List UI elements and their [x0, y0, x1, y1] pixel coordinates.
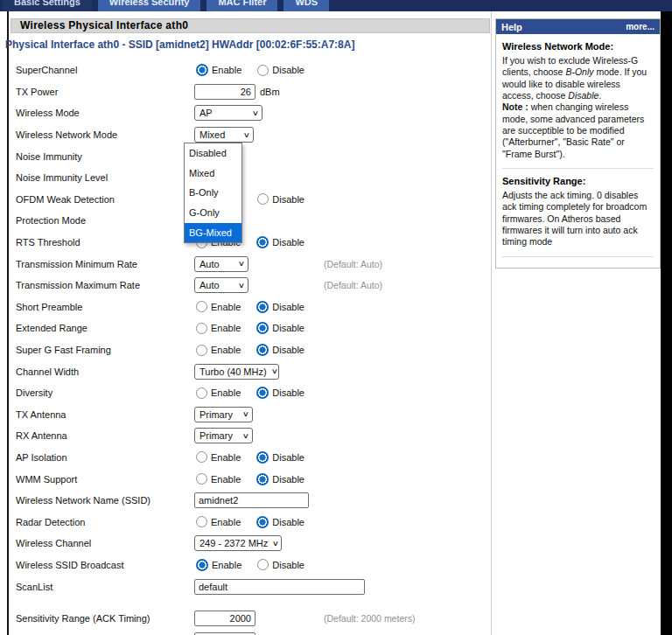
wireless-mode-label: Wireless Mode [16, 108, 80, 118]
wmm-support-disable-group: Disable [256, 473, 304, 485]
help-section-heading: Wireless Network Mode: [502, 41, 654, 52]
dropdown-option-disabled[interactable]: Disabled [185, 143, 242, 164]
dropdown-option-bg-mixed[interactable]: BG-Mixed [185, 223, 242, 243]
short-preamble-enable-radio[interactable] [196, 301, 207, 312]
tx-power-input[interactable] [194, 84, 256, 100]
transmission-minimum-rate-select[interactable]: Auto∨ [194, 256, 248, 272]
channel-width-label: Channel Width [16, 366, 79, 377]
ap-isolation-disable-radio[interactable] [256, 451, 269, 464]
form-row-channel-width: Channel WidthTurbo (40 MHz)∨ [10, 360, 491, 382]
form-row-ap-isolation: AP IsolationEnableDisable [10, 447, 491, 469]
ap-isolation-enable-group: Enable [196, 451, 241, 463]
ap-isolation-label: AP Isolation [16, 452, 67, 463]
tx-antenna-select[interactable]: Primary∨ [194, 407, 253, 422]
ofdm-weak-detection-disable-radio[interactable] [257, 193, 269, 205]
form-row-wireless-ssid-broadcast: Wireless SSID BroadcastEnableDisable [10, 555, 491, 576]
transmission-maximum-rate-label: Transmission Maximum Rate [16, 280, 140, 290]
wireless-ssid-broadcast-disable-group: Disable [257, 559, 304, 570]
tab-mac-filter[interactable]: MAC Filter [206, 0, 277, 11]
wireless-mode-select-value: AP [200, 108, 213, 118]
dropdown-option-g-only[interactable]: G-Only [185, 203, 242, 223]
extended-range-disable-radio[interactable] [256, 322, 269, 334]
page-title: Wireless Physical Interface ath0 [10, 18, 490, 33]
dropdown-option-b-only[interactable]: B-Only [185, 183, 242, 203]
tx-power-unit: dBm [260, 87, 280, 97]
tab-wds[interactable]: WDS [284, 0, 329, 11]
form-row-sensitivity-range-ack-timing: Sensitivity Range (ACK Timing)(Default: … [10, 608, 491, 630]
tab-bar: Basic SettingsWireless SecurityMAC Filte… [0, 0, 672, 11]
radar-detection-label: Radar Detection [16, 517, 86, 527]
form-row-radar-detection: Radar DetectionEnableDisable [10, 511, 491, 533]
noise-immunity-label: Noise Immunity [16, 151, 82, 162]
dropdown-option-mixed[interactable]: Mixed [185, 164, 242, 184]
channel-width-select[interactable]: Turbo (40 MHz)∨ [194, 364, 279, 380]
wireless-ssid-broadcast-enable-radio[interactable] [196, 559, 208, 571]
tab-basic-settings[interactable]: Basic Settings [3, 0, 92, 11]
superchannel-enable-radio[interactable] [196, 64, 208, 76]
rts-threshold-disable-radio[interactable] [256, 236, 269, 248]
extended-range-enable-radio[interactable] [196, 323, 207, 334]
superchannel-control: EnableDisable [184, 59, 304, 81]
wireless-ssid-broadcast-disable-radio[interactable] [257, 559, 269, 570]
superchannel-disable-radio[interactable] [257, 65, 269, 76]
diversity-enable-group: Enable [196, 387, 241, 399]
transmission-minimum-rate-control: Auto∨ [184, 253, 248, 275]
wireless-network-name-ssid-control [184, 490, 309, 512]
ap-isolation-disable-radio-label: Disable [272, 452, 304, 463]
short-preamble-disable-radio[interactable] [256, 301, 269, 313]
diversity-disable-radio[interactable] [256, 387, 269, 399]
page-left-border [7, 11, 9, 635]
rx-antenna-label: RX Antenna [16, 430, 67, 441]
radar-detection-enable-radio[interactable] [196, 516, 207, 527]
ofdm-weak-detection-disable-radio-label: Disable [272, 194, 304, 205]
transmission-maximum-rate-control: Auto∨ [184, 275, 248, 297]
scanlist-input[interactable] [194, 579, 365, 595]
wireless-channel-select[interactable]: 249 - 2372 MHz∨ [194, 535, 282, 551]
noise-immunity-level-label: Noise Immunity Level [16, 172, 108, 183]
super-g-fast-framing-disable-radio[interactable] [256, 344, 269, 356]
radar-detection-disable-radio[interactable] [256, 516, 269, 528]
chevron-down-icon: ∨ [272, 540, 279, 548]
form-row-transmission-maximum-rate: Transmission Maximum RateAuto∨(Default: … [10, 275, 491, 297]
section-title: Physical Interface ath0 - SSID [amidnet2… [5, 38, 354, 51]
help-divider [502, 256, 654, 257]
tx-power-label: TX Power [16, 87, 58, 97]
wmm-support-label: WMM Support [16, 474, 77, 485]
wireless-network-mode-label: Wireless Network Mode [16, 129, 117, 140]
tx-antenna-select-value: Primary [200, 409, 233, 420]
tab-wireless-security[interactable]: Wireless Security [98, 0, 201, 11]
transmission-minimum-rate-select-value: Auto [200, 259, 220, 269]
extended-range-disable-radio-label: Disable [272, 323, 304, 333]
form-row-tx-power: TX PowerdBm [10, 81, 491, 103]
rts-threshold-disable-group: Disable [256, 236, 304, 248]
transmission-maximum-rate-select[interactable]: Auto∨ [194, 277, 248, 293]
wmm-support-enable-radio[interactable] [196, 473, 207, 485]
extended-range-enable-group: Enable [196, 323, 241, 334]
wireless-network-mode-select-value: Mixed [200, 129, 225, 140]
diversity-disable-group: Disable [256, 387, 304, 399]
wmm-support-disable-radio[interactable] [256, 473, 269, 485]
help-section-heading: Sensitivity Range: [502, 176, 654, 186]
super-g-fast-framing-disable-group: Disable [256, 344, 304, 356]
short-preamble-label: Short Preamble [16, 302, 82, 312]
help-more-link[interactable]: more... [626, 22, 654, 31]
super-g-fast-framing-enable-radio[interactable] [196, 345, 207, 356]
rx-antenna-select[interactable]: Primary∨ [194, 428, 253, 443]
wireless-network-name-ssid-input[interactable] [194, 492, 309, 508]
short-preamble-disable-radio-label: Disable [272, 302, 304, 312]
short-preamble-control: EnableDisable [184, 297, 304, 318]
form-row-ofdm-weak-detection: OFDM Weak DetectionEnableDisable [10, 189, 491, 211]
help-paragraph: Note : when changing wireless mode, some… [502, 101, 654, 160]
ap-isolation-enable-radio[interactable] [196, 451, 207, 463]
wireless-ssid-broadcast-disable-radio-label: Disable [272, 560, 304, 570]
help-title: Help [501, 22, 522, 32]
extended-range-control: EnableDisable [184, 318, 304, 339]
diversity-enable-radio[interactable] [196, 387, 207, 399]
wireless-ssid-broadcast-label: Wireless SSID Broadcast [16, 560, 123, 570]
page-right-background [661, 11, 672, 635]
wmm-support-enable-group: Enable [196, 473, 241, 485]
protection-mode-label: Protection Mode [16, 215, 86, 226]
wireless-mode-select[interactable]: AP∨ [194, 105, 262, 121]
sensitivity-range-ack-timing-input[interactable] [194, 611, 256, 626]
wireless-network-mode-select[interactable]: Mixed∨ [194, 127, 254, 143]
